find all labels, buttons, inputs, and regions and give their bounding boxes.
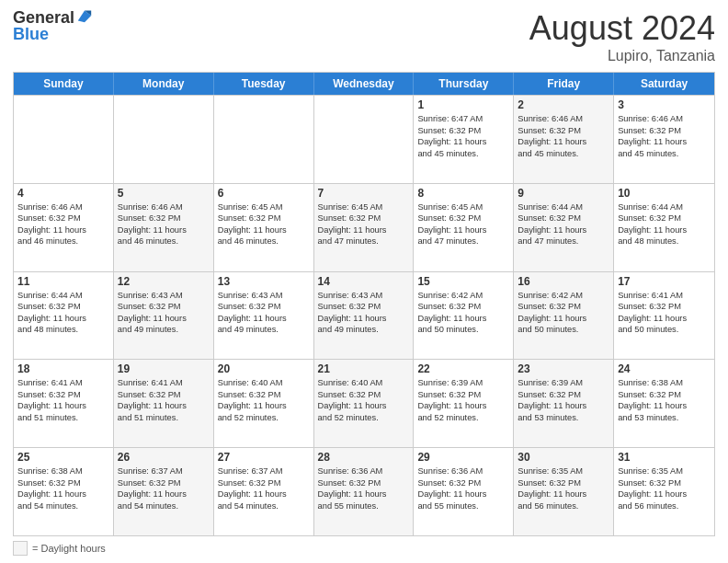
cell-info-line: and 47 minutes. xyxy=(518,236,609,247)
calendar-body: 1Sunrise: 6:47 AMSunset: 6:32 PMDaylight… xyxy=(14,95,714,535)
cell-info-line: and 54 minutes. xyxy=(17,500,109,512)
cell-info-line: Daylight: 11 hours xyxy=(318,400,410,412)
day-number: 11 xyxy=(17,275,109,288)
day-number: 2 xyxy=(518,98,609,111)
day-cell-1: 1Sunrise: 6:47 AMSunset: 6:32 PMDaylight… xyxy=(414,96,514,183)
day-cell-12: 12Sunrise: 6:43 AMSunset: 6:32 PMDayligh… xyxy=(114,272,214,360)
cell-info-line: Sunrise: 6:36 AM xyxy=(318,465,410,477)
cell-info-line: Daylight: 11 hours xyxy=(618,313,711,325)
cell-info-line: Sunset: 6:32 PM xyxy=(518,477,609,489)
cell-info-line: and 49 minutes. xyxy=(318,324,410,336)
day-number: 28 xyxy=(318,451,410,464)
cell-info-line: Sunrise: 6:43 AM xyxy=(118,290,210,302)
cell-info-line: Sunset: 6:32 PM xyxy=(417,301,509,313)
cell-info-line: Daylight: 11 hours xyxy=(118,313,210,325)
logo-text: General Blue xyxy=(13,9,93,42)
title-area: August 2024 Lupiro, Tanzania xyxy=(529,9,715,64)
month-title: August 2024 xyxy=(529,9,715,48)
day-number: 3 xyxy=(618,98,711,111)
day-cell-28: 28Sunrise: 6:36 AMSunset: 6:32 PMDayligh… xyxy=(314,448,415,535)
cell-info-line: Daylight: 11 hours xyxy=(218,313,310,325)
cell-info-line: Sunrise: 6:46 AM xyxy=(618,113,711,125)
cell-info-line: Daylight: 11 hours xyxy=(417,488,509,500)
day-number: 9 xyxy=(518,187,609,200)
cell-info-line: and 45 minutes. xyxy=(518,148,609,160)
day-cell-21: 21Sunrise: 6:40 AMSunset: 6:32 PMDayligh… xyxy=(314,360,415,447)
cell-info-line: Daylight: 11 hours xyxy=(518,313,609,325)
day-cell-3: 3Sunrise: 6:46 AMSunset: 6:32 PMDaylight… xyxy=(614,96,714,183)
cell-info-line: Daylight: 11 hours xyxy=(417,313,509,325)
header-day-sunday: Sunday xyxy=(14,73,114,95)
cell-info-line: Sunset: 6:32 PM xyxy=(618,389,711,401)
day-number: 24 xyxy=(618,362,711,375)
cell-info-line: and 48 minutes. xyxy=(618,236,711,247)
day-number: 14 xyxy=(318,275,410,288)
cell-info-line: Daylight: 11 hours xyxy=(518,136,609,148)
day-number: 18 xyxy=(17,362,109,375)
day-cell-8: 8Sunrise: 6:45 AMSunset: 6:32 PMDaylight… xyxy=(414,184,514,271)
cell-info-line: Sunset: 6:32 PM xyxy=(17,389,109,401)
cell-info-line: Sunset: 6:32 PM xyxy=(218,213,310,224)
day-number: 30 xyxy=(518,451,609,464)
day-cell-17: 17Sunrise: 6:41 AMSunset: 6:32 PMDayligh… xyxy=(614,272,714,360)
calendar-header: SundayMondayTuesdayWednesdayThursdayFrid… xyxy=(14,73,714,95)
cell-info-line: and 46 minutes. xyxy=(17,236,109,247)
day-cell-5: 5Sunrise: 6:46 AMSunset: 6:32 PMDaylight… xyxy=(114,184,214,271)
day-cell-29: 29Sunrise: 6:36 AMSunset: 6:32 PMDayligh… xyxy=(414,448,514,535)
cell-info-line: and 55 minutes. xyxy=(318,500,410,512)
cell-info-line: and 45 minutes. xyxy=(417,148,509,160)
cell-info-line: Sunset: 6:32 PM xyxy=(618,301,711,313)
day-number: 31 xyxy=(618,451,711,464)
cell-info-line: Sunset: 6:32 PM xyxy=(318,213,410,224)
cell-info-line: Sunrise: 6:41 AM xyxy=(17,377,109,389)
header-day-friday: Friday xyxy=(514,73,614,95)
cell-info-line: and 46 minutes. xyxy=(118,236,210,247)
cell-info-line: and 51 minutes. xyxy=(118,412,210,424)
cell-info-line: Sunset: 6:32 PM xyxy=(17,301,109,313)
cell-info-line: Sunrise: 6:38 AM xyxy=(17,465,109,477)
cell-info-line: Daylight: 11 hours xyxy=(218,400,310,412)
cell-info-line: Daylight: 11 hours xyxy=(618,488,711,500)
day-number: 5 xyxy=(118,187,210,200)
cell-info-line: Daylight: 11 hours xyxy=(318,488,410,500)
cell-info-line: Sunrise: 6:40 AM xyxy=(318,377,410,389)
cell-info-line: Sunset: 6:32 PM xyxy=(618,477,711,489)
day-number: 4 xyxy=(17,187,109,200)
cell-info-line: Daylight: 11 hours xyxy=(17,488,109,500)
cell-info-line: Sunset: 6:32 PM xyxy=(618,125,711,137)
day-cell-10: 10Sunrise: 6:44 AMSunset: 6:32 PMDayligh… xyxy=(614,184,714,271)
cell-info-line: and 56 minutes. xyxy=(618,500,711,512)
day-cell-15: 15Sunrise: 6:42 AMSunset: 6:32 PMDayligh… xyxy=(414,272,514,360)
cell-info-line: Sunset: 6:32 PM xyxy=(318,389,410,401)
calendar-row-4: 18Sunrise: 6:41 AMSunset: 6:32 PMDayligh… xyxy=(14,359,714,447)
calendar-row-2: 4Sunrise: 6:46 AMSunset: 6:32 PMDaylight… xyxy=(14,183,714,271)
empty-cell-0-3 xyxy=(314,96,415,183)
cell-info-line: Sunrise: 6:46 AM xyxy=(17,201,109,213)
cell-info-line: Daylight: 11 hours xyxy=(417,224,509,236)
cell-info-line: Sunrise: 6:37 AM xyxy=(218,465,310,477)
calendar-row-5: 25Sunrise: 6:38 AMSunset: 6:32 PMDayligh… xyxy=(14,447,714,535)
cell-info-line: Sunrise: 6:40 AM xyxy=(218,377,310,389)
day-cell-19: 19Sunrise: 6:41 AMSunset: 6:32 PMDayligh… xyxy=(114,360,214,447)
cell-info-line: Daylight: 11 hours xyxy=(518,488,609,500)
header-day-saturday: Saturday xyxy=(614,73,714,95)
day-cell-9: 9Sunrise: 6:44 AMSunset: 6:32 PMDaylight… xyxy=(514,184,614,271)
cell-info-line: Sunset: 6:32 PM xyxy=(118,477,210,489)
cell-info-line: and 46 minutes. xyxy=(218,236,310,247)
cell-info-line: Sunset: 6:32 PM xyxy=(218,389,310,401)
day-number: 15 xyxy=(417,275,509,288)
logo-area: General Blue xyxy=(13,9,93,42)
location: Lupiro, Tanzania xyxy=(529,48,715,64)
day-number: 23 xyxy=(518,362,609,375)
cell-info-line: Sunset: 6:32 PM xyxy=(518,301,609,313)
header-day-thursday: Thursday xyxy=(414,73,514,95)
cell-info-line: and 54 minutes. xyxy=(118,500,210,512)
cell-info-line: and 52 minutes. xyxy=(318,412,410,424)
cell-info-line: and 54 minutes. xyxy=(218,500,310,512)
day-number: 21 xyxy=(318,362,410,375)
day-cell-25: 25Sunrise: 6:38 AMSunset: 6:32 PMDayligh… xyxy=(14,448,114,535)
cell-info-line: Sunrise: 6:36 AM xyxy=(417,465,509,477)
cell-info-line: Sunrise: 6:42 AM xyxy=(417,290,509,302)
cell-info-line: Sunrise: 6:39 AM xyxy=(518,377,609,389)
legend-box xyxy=(13,541,28,556)
